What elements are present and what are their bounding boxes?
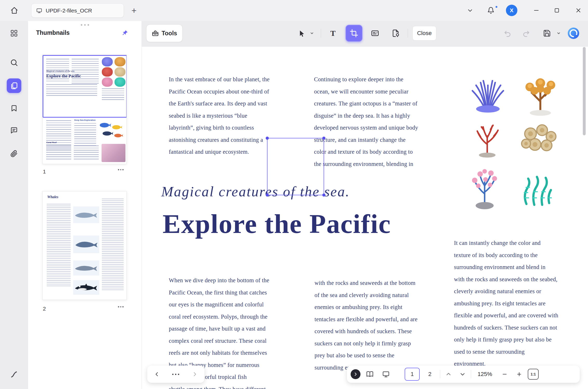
select-tool-button[interactable] xyxy=(295,26,309,41)
more-options-button[interactable] xyxy=(169,367,183,381)
panel-drag-handle[interactable] xyxy=(79,23,91,27)
sidebar-item-attachments[interactable] xyxy=(8,148,20,159)
next-page-chevron[interactable] xyxy=(457,367,468,381)
minimize-button[interactable] xyxy=(531,5,542,16)
crop-handle-bottom-left[interactable] xyxy=(266,193,269,197)
doc-paragraph-bottom-mid: with the rocks and seaweeds at the botto… xyxy=(315,277,418,374)
crop-handle-bottom-right[interactable] xyxy=(322,193,325,197)
page-recognize-icon xyxy=(392,29,400,37)
thumbnail-fish-images xyxy=(98,122,125,140)
cursor-icon xyxy=(298,30,306,37)
pdf-page[interactable]: In the vast embrace of our blue planet, … xyxy=(142,47,588,389)
ocr-tool-button[interactable] xyxy=(389,26,403,41)
next-page-button[interactable] xyxy=(188,367,202,381)
notification-dot xyxy=(495,5,498,8)
new-tab-button[interactable]: + xyxy=(128,5,140,16)
doc-paragraph-right: It can instantly change the color and te… xyxy=(454,237,558,370)
thumbnail-page-1[interactable]: Magical creatures of the sea. Explore th… xyxy=(42,55,127,164)
updf-widget-logo[interactable] xyxy=(8,368,20,380)
collapse-bar-button[interactable] xyxy=(351,369,360,379)
thumbnail-text-lines xyxy=(46,120,71,149)
save-icon xyxy=(543,29,551,37)
previous-page-chevron[interactable] xyxy=(443,367,454,381)
home-icon xyxy=(10,6,18,14)
zoom-level[interactable]: 125% xyxy=(474,371,496,378)
close-icon xyxy=(575,7,582,14)
collapse-toolbar-button[interactable] xyxy=(464,5,476,16)
crop-selection-rect[interactable] xyxy=(267,138,324,195)
redo-button[interactable] xyxy=(519,26,533,41)
coral-image-red-branch xyxy=(466,119,508,158)
apps-grid-button[interactable] xyxy=(8,28,20,39)
crop-handle-top-left[interactable] xyxy=(266,137,269,140)
pin-icon xyxy=(122,30,128,36)
scrollbar-thumb[interactable] xyxy=(583,47,586,135)
page-2-label: 2 xyxy=(43,306,46,312)
chevron-right-icon xyxy=(353,372,358,377)
previous-page-button[interactable] xyxy=(150,367,164,381)
bookmark-icon xyxy=(10,105,18,112)
page-nav-floatbar xyxy=(147,366,204,383)
thumbnail-page-2[interactable]: Whales xyxy=(42,191,127,300)
ai-assistant-button[interactable] xyxy=(567,27,580,39)
search-button[interactable] xyxy=(8,57,20,68)
page-button-1[interactable]: 1 xyxy=(405,368,420,381)
page-button-2[interactable]: 2 xyxy=(422,368,437,381)
titlebar: UPDF-2-files_OCR + X xyxy=(0,0,588,21)
text-tool-glyph: T xyxy=(330,29,336,38)
crop-tool-button-active[interactable] xyxy=(345,25,363,42)
sidebar-rail xyxy=(0,21,28,389)
coral-image-teal-tubes xyxy=(518,167,557,207)
book-icon xyxy=(366,371,373,378)
save-button[interactable] xyxy=(540,26,554,41)
chevron-down-icon xyxy=(557,31,561,35)
thumbnail-text-lines xyxy=(74,123,96,147)
text-tool-button[interactable]: T xyxy=(326,26,340,41)
thumbnail-viewport-indicator[interactable] xyxy=(43,55,127,118)
reading-mode-button[interactable] xyxy=(363,367,377,381)
avatar[interactable]: X xyxy=(506,5,517,16)
maximize-button[interactable] xyxy=(551,5,563,16)
thumbnail-text-lines xyxy=(46,145,71,160)
home-button[interactable] xyxy=(8,4,21,17)
sidebar-item-thumbnails[interactable] xyxy=(7,78,21,93)
select-tool-dropdown[interactable] xyxy=(308,26,316,41)
tools-button[interactable]: Tools xyxy=(146,24,183,42)
pin-panel-button[interactable] xyxy=(119,28,130,38)
close-window-button[interactable] xyxy=(573,5,584,16)
thumbnail-text-lines xyxy=(102,199,124,290)
close-mode-button[interactable]: Close xyxy=(412,26,436,41)
undo-button[interactable] xyxy=(500,26,515,41)
zoom-out-button[interactable] xyxy=(499,367,511,381)
thumbnail-text-lines xyxy=(74,145,99,160)
sidebar-item-comments[interactable] xyxy=(8,125,20,136)
plus-icon xyxy=(516,371,522,377)
actual-size-button[interactable]: 1:1 xyxy=(528,369,539,380)
presentation-mode-button[interactable] xyxy=(379,367,393,381)
thumbnails-panel: Thumbnails Magical creatures of the sea.… xyxy=(28,21,142,389)
panel-title: Thumbnails xyxy=(36,29,70,36)
maximize-icon xyxy=(554,7,560,14)
tab-monitor-icon xyxy=(36,8,42,14)
page-2-menu-button[interactable] xyxy=(116,304,126,310)
form-tool-button[interactable] xyxy=(368,26,382,41)
coral-image-orange-tree xyxy=(516,70,564,116)
document-tab[interactable]: UPDF-2-files_OCR xyxy=(31,3,124,18)
bar-divider xyxy=(471,370,471,378)
chevron-left-icon xyxy=(154,371,160,377)
thumbnail-whale-image xyxy=(73,260,99,276)
sidebar-item-bookmarks[interactable] xyxy=(8,103,20,114)
pen-swoosh-icon xyxy=(10,370,18,378)
thumbnail-heading: Deep Sea Exploration xyxy=(74,119,96,121)
chevron-down-icon xyxy=(460,371,465,377)
undo-icon xyxy=(504,29,511,37)
main-area: Tools T Close In t xyxy=(142,21,588,389)
zoom-in-button[interactable] xyxy=(513,367,525,381)
page-1-menu-button[interactable] xyxy=(116,167,126,172)
save-dropdown[interactable] xyxy=(554,26,563,41)
doc-paragraph-top-left: In the vast embrace of our blue planet, … xyxy=(169,73,270,158)
thumbnail-text-lines xyxy=(47,204,71,287)
crop-handle-top-right[interactable] xyxy=(322,137,325,140)
toolbar-divider xyxy=(321,29,321,38)
toolbar-divider xyxy=(408,29,408,38)
